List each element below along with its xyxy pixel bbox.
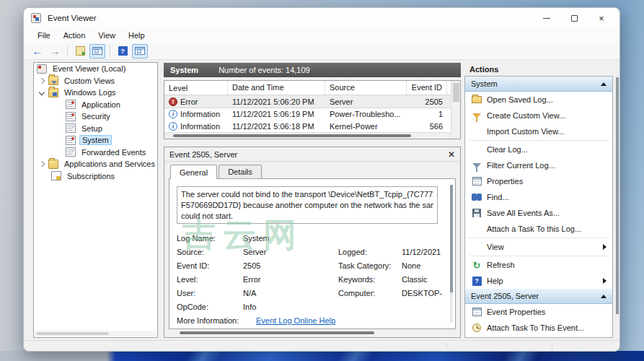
event-id-cell: 2505 xyxy=(407,97,447,106)
action-refresh[interactable]: ↻ Refresh xyxy=(465,257,612,273)
chevron-right-icon[interactable] xyxy=(39,161,45,167)
tree-item-label: Setup xyxy=(79,124,105,133)
tree-item-label: System xyxy=(79,135,112,145)
help-toolbar-button[interactable]: ? xyxy=(115,44,131,58)
export-log-button[interactable] xyxy=(72,44,88,58)
help-icon: ? xyxy=(472,277,482,286)
detail-horizontal-scrollbar[interactable] xyxy=(165,330,459,336)
tree-item-event-viewer-local[interactable]: Event Viewer (Local) xyxy=(34,63,157,75)
collapse-arrow-icon[interactable] xyxy=(601,295,606,298)
status-bar xyxy=(24,340,619,351)
event-log-online-help-link[interactable]: Event Log Online Help xyxy=(256,316,335,325)
action-open-saved-log[interactable]: Open Saved Log... xyxy=(465,92,612,108)
actions-section-system[interactable]: System xyxy=(465,77,612,92)
datetime-cell: 11/12/2021 5:06:20 PM xyxy=(228,97,325,106)
menu-view[interactable]: View xyxy=(92,30,122,41)
column-header-source[interactable]: Source xyxy=(325,81,407,95)
datetime-cell: 11/12/2021 5:06:19 PM xyxy=(228,110,325,118)
tree-item-setup[interactable]: Setup xyxy=(34,123,157,135)
field-value: Error xyxy=(243,275,321,284)
action-create-custom-view[interactable]: Create Custom View... xyxy=(465,108,612,123)
tree-item-windows-logs[interactable]: Windows Logs xyxy=(34,87,157,99)
minimize-button[interactable] xyxy=(533,9,560,27)
tree-item-label: Security xyxy=(79,112,113,121)
open-saved-log-icon xyxy=(472,96,482,103)
action-find[interactable]: Find... xyxy=(465,189,612,205)
event-list-vertical-scrollbar[interactable] xyxy=(451,81,460,139)
action-event-properties[interactable]: Event Properties xyxy=(465,304,612,320)
event-row-error-2505[interactable]: !Error 11/12/2021 5:06:20 PM Server 2505 xyxy=(164,95,460,108)
field-value: Classic xyxy=(402,275,442,284)
tree-item-application[interactable]: Application xyxy=(34,99,157,111)
back-arrow-icon: ← xyxy=(32,45,43,56)
field-label: OpCode: xyxy=(177,303,243,311)
event-row-information-1[interactable]: iInformation 11/12/2021 5:06:19 PM Power… xyxy=(164,108,460,120)
actions-vertical-scrollbar[interactable] xyxy=(616,76,619,334)
chevron-right-icon[interactable] xyxy=(39,78,45,84)
action-attach-task-to-event[interactable]: Attach Task To This Event... xyxy=(465,320,612,336)
column-header-event-id[interactable]: Event ID xyxy=(407,81,447,95)
action-help[interactable]: ? Help xyxy=(465,273,612,289)
chevron-down-icon[interactable] xyxy=(39,90,45,95)
event-list: Level Date and Time Source Event ID !Err… xyxy=(164,80,461,139)
actions-section-event-2505[interactable]: Event 2505, Server xyxy=(465,289,612,304)
action-label: Clear Log... xyxy=(487,145,528,154)
tree-item-subscriptions[interactable]: Subscriptions xyxy=(34,170,157,183)
show-action-pane-button[interactable] xyxy=(132,44,148,58)
tab-general[interactable]: General xyxy=(170,165,217,179)
action-clear-log[interactable]: Clear Log... xyxy=(465,142,612,157)
action-label: Open Saved Log... xyxy=(487,95,553,104)
tree-item-applications-and-services[interactable]: Applications and Services Lo xyxy=(34,158,157,170)
tree-item-security[interactable]: Security xyxy=(34,110,157,123)
column-header-date-time[interactable]: Date and Time xyxy=(228,81,325,95)
tree-item-custom-views[interactable]: Custom Views xyxy=(34,75,157,87)
wallpaper-ribbon xyxy=(336,351,374,361)
detail-vertical-scrollbar[interactable] xyxy=(450,185,453,323)
field-label: Log Name: xyxy=(177,234,243,243)
field-value: N/A xyxy=(243,289,321,297)
tree-item-label: Windows Logs xyxy=(62,88,118,97)
field-value: 2505 xyxy=(243,261,321,270)
center-pane: System Number of events: 14,109 Level Da… xyxy=(164,62,461,338)
properties-icon xyxy=(472,308,482,316)
tree-horizontal-scrollbar[interactable] xyxy=(35,331,156,336)
actions-list: System Open Saved Log... Create Custom V… xyxy=(464,76,613,338)
back-button[interactable]: ← xyxy=(30,44,45,58)
actions-separator xyxy=(468,238,609,238)
field-value: System xyxy=(243,234,321,243)
tab-details[interactable]: Details xyxy=(219,165,262,178)
section-header-label: System xyxy=(471,79,498,88)
close-button[interactable]: × xyxy=(588,9,615,27)
menu-file[interactable]: File xyxy=(31,30,57,41)
maximize-button[interactable] xyxy=(560,9,588,27)
description-line: F570669DD17D} because another computer o… xyxy=(181,200,433,211)
toolbar-separator xyxy=(67,45,68,57)
tree-item-label: Custom Views xyxy=(62,77,117,85)
menu-help[interactable]: Help xyxy=(122,30,151,41)
event-row-information-566[interactable]: iInformation 11/12/2021 5:06:18 PM Kerne… xyxy=(164,120,460,132)
refresh-icon: ↻ xyxy=(473,261,481,270)
column-header-level[interactable]: Level xyxy=(164,81,228,95)
status-separator xyxy=(552,342,552,349)
source-cell: Kernel-Power xyxy=(325,122,407,131)
menu-action[interactable]: Action xyxy=(57,30,92,41)
tree-item-system[interactable]: System xyxy=(34,134,157,147)
action-save-all-events-as[interactable]: Save All Events As... xyxy=(465,205,612,221)
create-custom-view-icon xyxy=(472,113,481,118)
action-filter-current-log[interactable]: Filter Current Log... xyxy=(465,157,612,173)
datetime-cell: 11/12/2021 5:06:18 PM xyxy=(228,122,325,131)
information-icon: i xyxy=(169,122,177,131)
title-bar[interactable]: Event Viewer × xyxy=(24,8,619,28)
close-detail-icon[interactable]: ✕ xyxy=(448,149,455,160)
forward-button[interactable]: → xyxy=(47,44,63,58)
field-label: User: xyxy=(177,289,243,297)
action-import-custom-view[interactable]: Import Custom View... xyxy=(465,123,612,139)
event-list-horizontal-scrollbar[interactable] xyxy=(164,132,451,139)
action-properties[interactable]: Properties xyxy=(465,173,612,189)
action-attach-task-to-log[interactable]: Attach a Task To this Log... xyxy=(465,221,612,237)
show-console-tree-button[interactable] xyxy=(89,44,105,58)
action-view[interactable]: View xyxy=(465,239,612,255)
collapse-arrow-icon[interactable] xyxy=(601,82,606,86)
tree-item-forwarded-events[interactable]: Forwarded Events xyxy=(34,147,157,159)
action-label: Save All Events As... xyxy=(487,209,560,217)
